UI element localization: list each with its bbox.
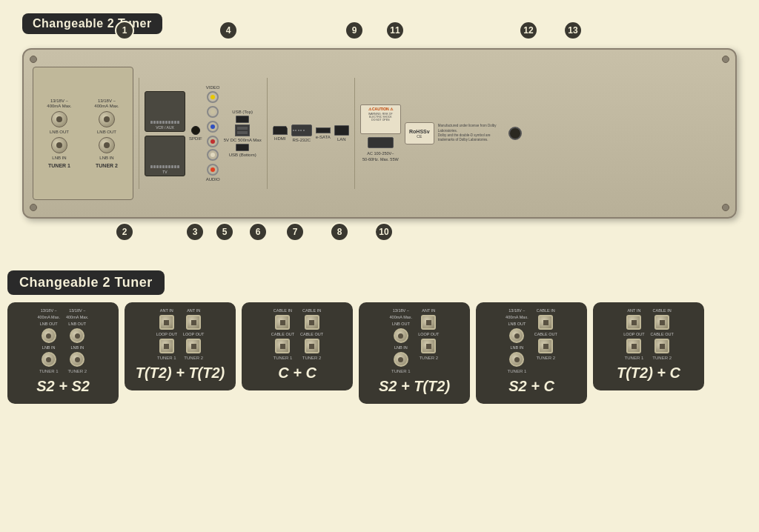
- rca-audio-white: [207, 149, 219, 161]
- rca-y-component: [207, 106, 219, 118]
- rs232-pin: [300, 130, 302, 131]
- pin: [156, 165, 159, 168]
- config-s2-s2-t2-lnbout-inner: [75, 333, 80, 339]
- config-s2-c-t1-top: 13/18V ~: [508, 308, 525, 313]
- config-s2-c-connectors: 13/18V ~ 400mA Max. LNB OUT LNB IN TUNER…: [506, 308, 557, 373]
- config-t-t-t2-loop-label: LOOP OUT: [183, 332, 204, 336]
- config-s2-t-t1-sub: 400mA Max.: [390, 315, 413, 319]
- config-s2-t-t1-lnbin-inner: [398, 357, 403, 362]
- config-s2-t-t1-lnbout-conn: [394, 328, 408, 343]
- pin: [168, 121, 170, 124]
- config-s2-s2-t2-lnbout-conn: [70, 328, 84, 343]
- power-switch: [368, 137, 394, 148]
- config-t-t-tuner2: ANT IN LOOP OUT TUNER 2: [183, 308, 204, 360]
- config-t-t-t2-loop-conn: [186, 339, 201, 353]
- rohs-badge: RoHSSv CE: [405, 122, 434, 144]
- config-s2-t-t1-lnbout-label: LNB OUT: [392, 322, 410, 326]
- config-t-t: ANT IN LOOP OUT TUNER 1 ANT IN: [125, 302, 236, 390]
- dolby-text: Manufactured under license from Dolby La…: [438, 124, 505, 142]
- config-s2-t-t2-loop-label: LOOP OUT: [418, 332, 439, 336]
- pin: [150, 121, 153, 124]
- config-t-t-t2-ant-label: ANT IN: [187, 308, 200, 313]
- caution-text: WARNING: RISK OF ELECTRIC SHOCKDO NOT OP…: [362, 113, 399, 122]
- hdmi-port: [273, 126, 288, 135]
- divider-3: [354, 78, 355, 189]
- config-t-c-t2-in-conn: [654, 315, 669, 330]
- tuner-1-block: 13/18V ~400mA Max. LNB OUT LNB IN TUNER …: [37, 99, 82, 169]
- config-c-c-t2-out-conn: [305, 339, 319, 353]
- ce-mark: CE: [417, 134, 422, 139]
- config-s2-c-t1-lnbout-conn: [509, 328, 524, 343]
- tuner1-lnb-in-connector: [51, 137, 67, 153]
- hdmi-label: HDMI: [274, 136, 285, 141]
- rca-y-inner: [211, 110, 215, 114]
- config-t-t-label: T(T2) + T(T2): [136, 365, 225, 382]
- config-s2-c-t2-out-conn: [538, 339, 553, 353]
- pin: [174, 165, 176, 168]
- config-t-c-t2-out-inner: [660, 344, 665, 349]
- callout-6: 6: [248, 222, 268, 242]
- rs232-pin: [298, 130, 299, 131]
- tuner-configs: 13/18V ~ 400mA Max. LNB OUT LNB IN TUNER…: [7, 302, 752, 404]
- screw-br: [722, 204, 729, 211]
- power-connector-section: [508, 127, 522, 140]
- config-s2-t-connectors: 13/18V ~ 400mA Max. LNB OUT LNB IN TUNER…: [390, 308, 440, 373]
- tuner1-name: TUNER 1: [48, 163, 70, 168]
- config-t-c-t1-name: TUNER 1: [625, 356, 644, 360]
- config-t-c: ANT IN LOOP OUT TUNER 1 CABLE IN: [593, 302, 704, 390]
- usb-power-label: 5V DC 500mA Max: [224, 138, 262, 142]
- rs232-section: RS-232C: [291, 124, 312, 142]
- config-s2-c-t2-in-conn: [538, 315, 553, 330]
- config-s2-s2-t1-lnbin-label: LNB IN: [42, 345, 56, 350]
- tuner2-lnb-in-connector: [99, 137, 115, 153]
- divider-2: [267, 78, 268, 189]
- audio-rca-group: [207, 149, 219, 176]
- usb-symbol: [235, 124, 250, 136]
- tuner1-lnb-in-label: LNB IN: [52, 156, 66, 161]
- config-c-c-tuner1: CABLE IN CABLE OUT TUNER 1: [271, 308, 294, 360]
- tuner2-lnb-out-inner: [104, 116, 110, 122]
- config-s2-s2-t1-sub-label: 400mA Max.: [37, 315, 60, 319]
- device-panel: 13/18V ~400mA Max. LNB OUT LNB IN TUNER …: [22, 48, 737, 219]
- config-t-t-connectors: ANT IN LOOP OUT TUNER 1 ANT IN: [156, 308, 205, 360]
- config-s2-c-t2-name: TUNER 2: [536, 356, 555, 360]
- tuner1-lnb-out-label: LNB OUT: [50, 130, 69, 135]
- rohs-text: RoHSSv: [409, 129, 430, 134]
- callout-12: 12: [519, 21, 538, 40]
- config-t-t-t1-name: TUNER 1: [157, 356, 176, 360]
- config-s2-t-t1-lnbin-label: LNB IN: [394, 345, 408, 350]
- tuner2-lnb-out-connector: [99, 111, 115, 127]
- pin: [171, 121, 173, 124]
- config-s2-t-label: S2 + T(T2): [379, 378, 450, 395]
- callout-2: 2: [115, 222, 134, 242]
- config-s2-t-t1-top: 13/18V ~: [393, 308, 409, 313]
- config-t-c-t2-in-label: CABLE IN: [653, 308, 672, 313]
- config-s2-c-label: S2 + C: [508, 378, 554, 395]
- hdmi-section: HDMI: [273, 126, 288, 141]
- config-s2-s2-t2-sub-label: 400mA Max.: [66, 315, 89, 319]
- screw-tl: [30, 56, 37, 63]
- config-s2-s2: 13/18V ~ 400mA Max. LNB OUT LNB IN TUNER…: [7, 302, 119, 404]
- callout-8: 8: [330, 222, 349, 242]
- config-t-c-t1-loop-conn: [626, 339, 641, 353]
- video-rca-group: [207, 91, 219, 147]
- config-t-c-tuner1: ANT IN LOOP OUT TUNER 1: [623, 308, 644, 360]
- pin: [153, 165, 156, 168]
- changeable-badge-bottom: Changeable 2 Tuner: [7, 270, 165, 295]
- config-t-c-t2-in-inner: [660, 320, 665, 325]
- callout-10: 10: [374, 222, 394, 242]
- config-s2-t-tuner2: ANT IN LOOP OUT TUNER 2: [418, 308, 439, 373]
- callout-7: 7: [285, 222, 305, 242]
- config-s2-s2-t1-lnbout-inner: [46, 333, 51, 339]
- config-t-c-tuner2: CABLE IN CABLE OUT TUNER 2: [651, 308, 674, 360]
- pin: [168, 165, 170, 168]
- divider-1: [139, 78, 139, 189]
- callout-3: 3: [185, 222, 205, 242]
- config-c-c-t1-out-label: CABLE OUT: [271, 332, 294, 336]
- config-s2-s2-label: S2 + S2: [36, 378, 90, 395]
- config-t-c-t1-loop-inner: [632, 344, 637, 349]
- config-s2-c-t2-in-label: CABLE IN: [537, 308, 555, 313]
- config-s2-t-t2-loop-conn: [421, 339, 436, 353]
- pin: [162, 165, 165, 168]
- callout-13: 13: [563, 21, 583, 40]
